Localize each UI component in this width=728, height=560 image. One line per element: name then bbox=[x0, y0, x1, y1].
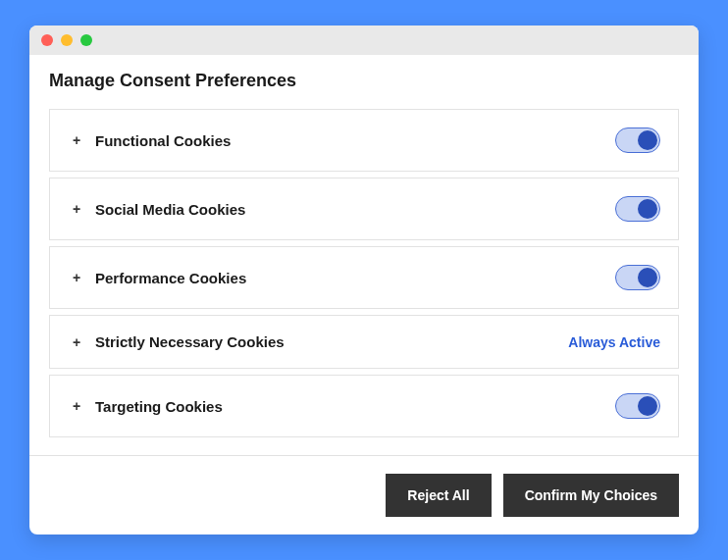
window-titlebar bbox=[29, 25, 699, 55]
toggle-performance[interactable] bbox=[615, 265, 660, 290]
window-maximize-icon[interactable] bbox=[80, 34, 92, 46]
dialog-footer: Reject All Confirm My Choices bbox=[29, 455, 699, 535]
category-label: Targeting Cookies bbox=[95, 398, 615, 415]
confirm-choices-button[interactable]: Confirm My Choices bbox=[503, 474, 679, 517]
toggle-targeting[interactable] bbox=[615, 393, 660, 419]
category-targeting: + Targeting Cookies bbox=[49, 375, 679, 437]
toggle-knob-icon bbox=[638, 268, 657, 287]
expand-icon[interactable]: + bbox=[68, 334, 85, 350]
window-close-icon[interactable] bbox=[41, 34, 53, 46]
expand-icon[interactable]: + bbox=[68, 270, 85, 285]
category-label: Social Media Cookies bbox=[95, 201, 615, 218]
expand-icon[interactable]: + bbox=[68, 398, 85, 414]
consent-dialog: Manage Consent Preferences + Functional … bbox=[29, 25, 699, 535]
category-performance: + Performance Cookies bbox=[49, 246, 679, 309]
category-functional: + Functional Cookies bbox=[49, 109, 679, 172]
category-strictly-necessary: + Strictly Necessary Cookies Always Acti… bbox=[49, 315, 679, 369]
window-minimize-icon[interactable] bbox=[61, 34, 73, 46]
reject-all-button[interactable]: Reject All bbox=[386, 474, 491, 517]
expand-icon[interactable]: + bbox=[68, 201, 85, 217]
cookie-category-list: + Functional Cookies + Social Media Cook… bbox=[29, 103, 699, 455]
dialog-title: Manage Consent Preferences bbox=[49, 71, 679, 91]
dialog-header: Manage Consent Preferences bbox=[29, 55, 699, 103]
toggle-knob-icon bbox=[638, 199, 657, 219]
category-label: Strictly Necessary Cookies bbox=[95, 333, 568, 350]
toggle-knob-icon bbox=[638, 396, 657, 416]
category-label: Functional Cookies bbox=[95, 132, 615, 149]
always-active-label: Always Active bbox=[568, 334, 660, 350]
toggle-knob-icon bbox=[638, 130, 657, 150]
category-label: Performance Cookies bbox=[95, 270, 615, 286]
category-social-media: + Social Media Cookies bbox=[49, 178, 679, 240]
toggle-functional[interactable] bbox=[615, 127, 660, 153]
expand-icon[interactable]: + bbox=[68, 132, 85, 148]
toggle-social-media[interactable] bbox=[615, 196, 660, 222]
